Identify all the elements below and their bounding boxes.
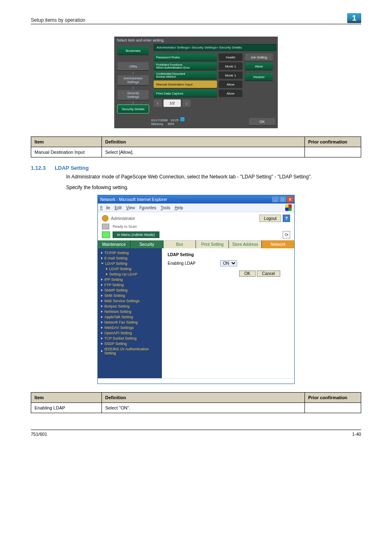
nav-ldap[interactable]: LDAP Setting [101,261,159,266]
menu-tools[interactable]: Tools [161,206,170,210]
device-panel: Select item and enter setting. Bookmark … [114,37,278,128]
nav-ieee[interactable]: IEEE802.1X Authentication Setting [101,347,159,355]
triangle-icon [101,257,103,259]
window-title: Network - Microsoft Internet Explorer [100,197,167,202]
nav-ldap-sub2[interactable]: Setting Up LDAP [101,272,159,276]
triangle-icon [101,332,103,334]
allow-button[interactable]: Allow [245,62,273,70]
definition-table-1: Item Definition Prior confirmation Manua… [31,136,361,157]
triangle-icon [101,350,103,352]
breadcrumb: Setup items by operation [31,17,85,23]
refresh-icon[interactable]: ⟳ [283,231,290,238]
nav-bonjour[interactable]: Bonjour Setting [101,304,159,308]
nav-snmp[interactable]: SNMP Setting [101,288,159,292]
menu-view[interactable]: View [126,206,135,210]
panel-ok-button[interactable]: OK [249,118,275,125]
nav-sidebar: TCP/IP Setting E-mail Setting LDAP Setti… [98,248,162,378]
maximize-icon[interactable]: □ [279,197,286,202]
tab-network[interactable]: Network [262,240,294,248]
prohibited-functions-button[interactable]: Prohibited Functions When Authentication… [154,62,217,70]
mode-button[interactable]: In Menu (Admin Mode) [113,231,159,238]
help-icon[interactable]: ? [283,215,290,222]
triangle-down-icon [101,263,104,264]
th-prior: Prior confirmation [305,393,361,403]
nav-netfax[interactable]: Network Fax Setting [101,320,159,324]
security-details-button[interactable]: Security Details [118,105,149,113]
cancel-button[interactable]: Cancel [257,271,280,277]
confidential-doc-value: Mode 1 [219,72,242,79]
triangle-icon [101,278,103,281]
memory-label: Memory [151,122,163,126]
security-settings-button[interactable]: Security Settings [118,90,149,100]
manual-destination-button[interactable]: Manual Destination Input [154,81,217,88]
footer-right: 1-40 [352,432,361,437]
nav-appletalk[interactable]: AppleTalk Setting [101,315,159,319]
nav-ipp[interactable]: IPP Setting [101,278,159,282]
triangle-icon [101,316,103,318]
close-icon[interactable]: X [287,197,293,202]
nav-tcpip[interactable]: TCP/IP Setting [101,251,159,255]
manual-destination-value: Allow [219,81,242,88]
minimize-icon[interactable]: _ [272,197,279,202]
triangle-icon [101,326,103,329]
page-down-button[interactable]: ↓ [182,99,191,107]
triangle-icon [101,300,103,302]
nav-wss[interactable]: Web Service Settings [101,299,159,303]
menu-favorites[interactable]: Favorites [139,206,156,210]
tab-print[interactable]: Print Setting [196,240,229,248]
td-item: Manual Destination Input [31,147,102,157]
td-prior [305,403,361,413]
menu-help[interactable]: Help [175,206,183,210]
th-definition: Definition [102,393,305,403]
page-up-button[interactable]: ↑ [154,99,162,107]
logout-button[interactable]: Logout [259,215,281,222]
chevron-down-icon: ↓ [132,86,134,90]
definition-table-2: Item Definition Prior confirmation Enabl… [31,392,361,413]
panel-time: 19:25 [171,118,179,122]
bookmark-button[interactable]: Bookmark [118,46,149,55]
nav-email[interactable]: E-mail Setting [101,256,159,260]
enabling-ldap-select[interactable]: ON [220,260,237,266]
menu-file[interactable]: File [100,206,110,210]
menu-edit[interactable]: Edit [115,206,122,210]
triangle-icon [101,289,103,291]
nav-smb[interactable]: SMB Setting [101,294,159,298]
utility-button[interactable]: Utility [118,62,149,70]
chevron-down-icon: ↓ [132,71,134,75]
nav-ldap-sub[interactable]: LDAP Setting [101,267,159,271]
section-number: 1.12.3 [31,165,46,171]
section-para-1: In Administrator mode of PageScope Web C… [66,173,361,180]
tab-store[interactable]: Store Address [229,240,262,248]
nav-tcpsocket[interactable]: TCP Socket Setting [101,336,159,340]
footer-left: 751/601 [31,432,47,437]
nav-netware[interactable]: NetWare Setting [101,310,159,314]
th-item: Item [31,137,102,147]
admin-role: Administrator [111,216,135,221]
pager: ↑ 1/2 ↓ [154,99,242,107]
job-setting-button[interactable]: Job Setting [245,53,273,61]
td-def: Select "ON". [102,403,305,413]
admin-settings-button[interactable]: Administrator Settings [118,75,149,85]
password-rules-button[interactable]: Password Rules [154,53,217,61]
section-para-2: Specify the following setting. [66,184,361,191]
ok-button[interactable]: OK [239,271,256,277]
page-indicator: 1/2 [164,99,181,107]
nav-openapi[interactable]: OpenAPI Setting [101,331,159,335]
nav-webdav[interactable]: WebDAV Settings [101,326,159,330]
content-heading: LDAP Setting [168,252,288,257]
td-prior [305,147,361,157]
restrict-button[interactable]: Restrict [245,73,273,81]
tab-box[interactable]: Box [164,240,196,248]
print-data-capture-button[interactable]: Print Data Capture [154,90,217,97]
th-item: Item [31,393,102,403]
tab-maintenance[interactable]: Maintenance [98,240,131,248]
tab-security[interactable]: Security [131,240,164,248]
panel-date: 01/17/2008 [151,118,168,122]
nav-ftp[interactable]: FTP Setting [101,283,159,287]
triangle-icon [101,337,103,340]
triangle-icon [106,268,108,270]
confidential-doc-button[interactable]: Confidential Document Access Method [154,72,217,79]
nav-ssdp[interactable]: SSDP Setting [101,342,159,346]
chapter-badge: 1 [347,13,361,23]
triangle-icon [106,273,108,275]
